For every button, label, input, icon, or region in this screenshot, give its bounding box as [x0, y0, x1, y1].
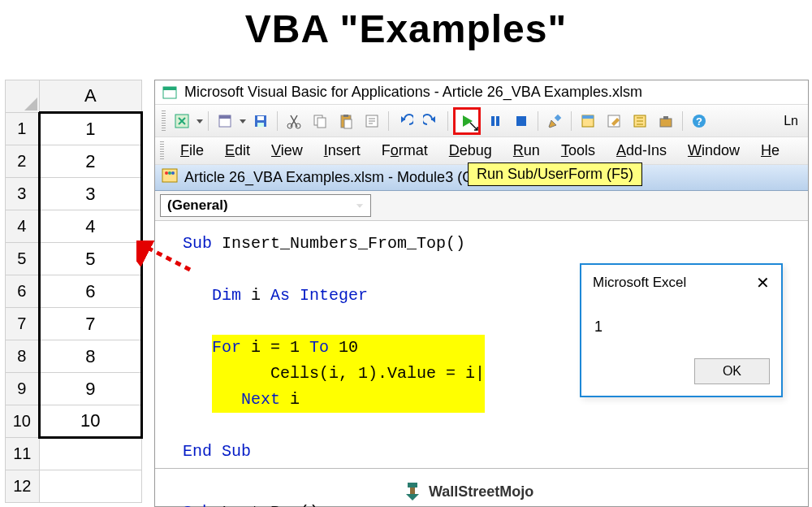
watermark-brand: WallStreetMojo — [403, 481, 533, 502]
dropdown-icon[interactable] — [197, 110, 203, 132]
menu-help[interactable]: He — [751, 141, 789, 161]
vbe-window-title: Microsoft Visual Basic for Applications … — [184, 84, 642, 101]
column-header-A[interactable]: A — [39, 80, 141, 113]
combo-row: (General) — [155, 191, 808, 221]
svg-rect-34 — [663, 116, 668, 119]
svg-rect-16 — [317, 118, 326, 128]
menu-view[interactable]: View — [261, 141, 313, 161]
svg-rect-19 — [344, 119, 352, 128]
row-header[interactable]: 3 — [6, 178, 40, 210]
svg-rect-4 — [163, 87, 176, 90]
paste-button[interactable] — [335, 110, 357, 132]
svg-rect-37 — [162, 169, 177, 182]
dropdown-icon[interactable] — [240, 110, 246, 132]
cell[interactable]: 9 — [39, 373, 141, 405]
row-header[interactable]: 2 — [6, 145, 40, 178]
find-button[interactable] — [361, 110, 383, 132]
row-header[interactable]: 12 — [6, 470, 40, 503]
row-header[interactable]: 11 — [6, 438, 40, 470]
help-button[interactable]: ? — [688, 110, 710, 132]
annotation-arrow-icon — [136, 240, 193, 273]
svg-marker-9 — [240, 119, 246, 124]
brand-logo-icon — [403, 481, 422, 502]
undo-button[interactable] — [394, 110, 417, 132]
svg-rect-41 — [408, 483, 417, 488]
svg-rect-30 — [582, 115, 594, 119]
module-title-text: Article 26_VBA Examples.xlsm - Module3 (… — [184, 169, 502, 186]
properties-button[interactable] — [603, 110, 625, 132]
redo-button[interactable] — [420, 110, 443, 132]
cell[interactable]: 5 — [39, 243, 141, 275]
cell[interactable] — [39, 438, 141, 470]
cell[interactable]: 10 — [39, 405, 141, 438]
svg-rect-12 — [257, 123, 264, 127]
svg-marker-0 — [24, 98, 37, 110]
reset-button[interactable] — [510, 110, 533, 132]
row-header[interactable]: 1 — [6, 113, 40, 145]
code-keyword: Sub — [183, 503, 212, 507]
cell[interactable]: 4 — [39, 210, 141, 243]
row-header[interactable]: 9 — [6, 373, 40, 405]
run-button[interactable] — [453, 107, 481, 135]
design-mode-button[interactable] — [543, 110, 566, 132]
project-explorer-button[interactable] — [577, 110, 599, 132]
svg-rect-26 — [516, 116, 526, 126]
menu-tools[interactable]: Tools — [551, 141, 605, 161]
vbe-menubar: File Edit View Insert Format Debug Run T… — [155, 137, 808, 165]
row-header[interactable]: 7 — [6, 308, 40, 340]
menu-file[interactable]: File — [171, 141, 214, 161]
close-icon[interactable]: ✕ — [756, 273, 770, 292]
row-header[interactable]: 6 — [6, 275, 40, 308]
svg-rect-8 — [219, 115, 231, 119]
vbe-title-bar: Microsoft Visual Basic for Applications … — [155, 80, 808, 104]
cell[interactable] — [39, 470, 141, 503]
menu-window[interactable]: Window — [678, 141, 749, 161]
row-header[interactable]: 8 — [6, 340, 40, 373]
svg-rect-11 — [257, 116, 264, 120]
object-combo[interactable]: (General) — [160, 194, 371, 217]
menu-addins[interactable]: Add-Ins — [607, 141, 676, 161]
toolbox-button[interactable] — [654, 110, 677, 132]
cell[interactable]: 8 — [39, 340, 141, 373]
insert-module-button[interactable] — [214, 110, 236, 132]
msgbox-title-text: Microsoft Excel — [593, 275, 686, 291]
cell[interactable]: 6 — [39, 275, 141, 308]
save-button[interactable] — [249, 110, 272, 132]
svg-point-38 — [165, 171, 168, 175]
menu-run[interactable]: Run — [503, 141, 550, 161]
cut-button[interactable] — [283, 110, 305, 132]
svg-text:?: ? — [696, 115, 702, 128]
object-browser-button[interactable] — [628, 110, 651, 132]
svg-rect-18 — [343, 115, 348, 117]
code-keyword: As Integer — [270, 286, 368, 305]
ok-button[interactable]: OK — [694, 358, 770, 384]
module-icon — [162, 168, 178, 187]
menubar-grip-icon — [160, 141, 164, 161]
cell[interactable]: 1 — [39, 113, 141, 145]
menu-edit[interactable]: Edit — [215, 141, 260, 161]
svg-line-2 — [143, 245, 190, 270]
highlighted-code: For i = 1 To 10 Cells(i, 1).Value = i| N… — [212, 335, 485, 413]
code-keyword: Dim — [212, 286, 241, 305]
msgbox-dialog: Microsoft Excel ✕ 1 OK — [580, 263, 783, 397]
cell[interactable]: 3 — [39, 178, 141, 210]
worksheet-grid[interactable]: A 11 22 33 44 55 66 77 88 99 1010 11 12 — [5, 80, 143, 503]
svg-marker-43 — [406, 494, 419, 500]
select-all-corner[interactable] — [6, 80, 40, 113]
break-button[interactable] — [484, 110, 507, 132]
cell[interactable]: 7 — [39, 308, 141, 340]
toolbar-grip-icon — [162, 110, 166, 132]
menu-format[interactable]: Format — [372, 141, 438, 161]
row-header[interactable]: 10 — [6, 405, 40, 438]
row-header[interactable]: 5 — [6, 243, 40, 275]
menu-debug[interactable]: Debug — [439, 141, 502, 161]
view-excel-button[interactable] — [171, 110, 193, 132]
svg-point-40 — [171, 171, 175, 175]
svg-rect-25 — [496, 116, 499, 126]
procedure-separator — [155, 468, 808, 469]
svg-rect-42 — [410, 488, 415, 494]
row-header[interactable]: 4 — [6, 210, 40, 243]
copy-button[interactable] — [309, 110, 331, 132]
cell[interactable]: 2 — [39, 145, 141, 178]
menu-insert[interactable]: Insert — [314, 141, 370, 161]
